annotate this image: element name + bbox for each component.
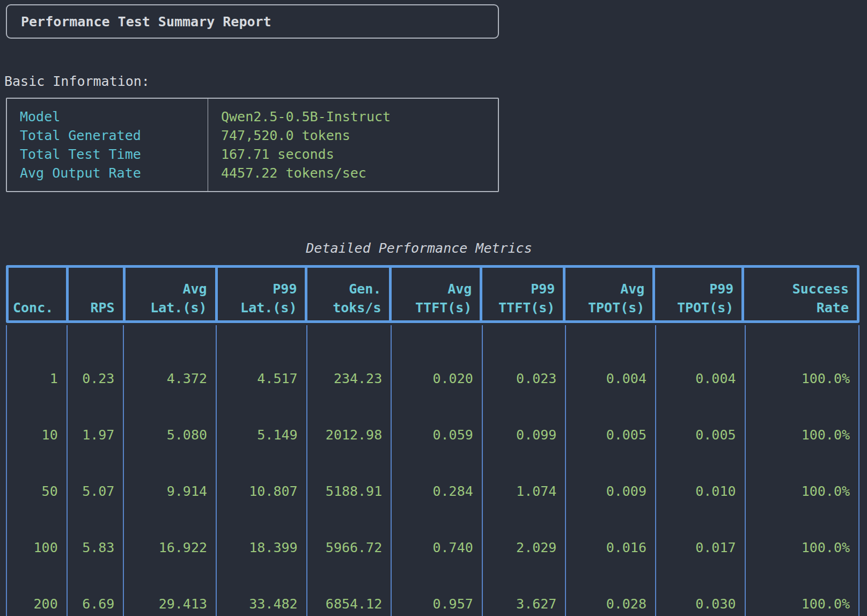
metric-cell: 9.914 [124, 482, 207, 501]
metric-cell: 2.029 [483, 538, 557, 557]
header-line2: toks/s [333, 298, 381, 317]
metric-cell: 3.627 [483, 595, 557, 613]
metric-cell: 2012.98 [307, 426, 383, 444]
header-line1: P99 [709, 280, 733, 298]
column-header-rps: RPS [69, 268, 125, 320]
info-value: 4457.22 tokens/sec [208, 164, 498, 182]
metric-cell: 6.69 [68, 595, 115, 613]
header-line2: RPS [90, 298, 114, 317]
header-line1: P99 [273, 280, 297, 298]
metric-cell: 0.020 [392, 369, 473, 388]
header-line2: Rate [817, 298, 849, 317]
basic-info-label-column: Model Total Generated Total Test Time Av… [7, 99, 208, 191]
metric-cell: 0.004 [656, 369, 736, 388]
metric-cell: 5.83 [68, 538, 115, 557]
metrics-column-rps: 0.23 1.97 5.07 5.83 6.69 [68, 325, 124, 616]
metric-cell: 1.074 [483, 482, 557, 501]
metric-cell: 10 [7, 426, 58, 444]
metric-cell: 0.028 [566, 595, 646, 613]
metric-cell: 100.0% [746, 369, 850, 388]
metric-cell: 29.413 [124, 595, 207, 613]
metric-cell: 100.0% [746, 538, 850, 557]
info-label: Avg Output Rate [7, 164, 208, 182]
metric-cell: 0.059 [392, 426, 473, 444]
basic-info-heading: Basic Information: [4, 72, 867, 91]
metric-cell: 0.099 [483, 426, 557, 444]
basic-info-table: Model Total Generated Total Test Time Av… [6, 98, 499, 192]
metrics-header-row: Conc. RPS Avg Lat.(s) P99 Lat.(s) Gen. t… [6, 265, 859, 323]
metrics-column-avg-lat: 4.372 5.080 9.914 16.922 29.413 [124, 325, 217, 616]
metric-cell: 5.07 [68, 482, 115, 501]
header-line1: Gen. [349, 280, 381, 298]
metric-cell: 1.97 [68, 426, 115, 444]
column-header-conc: Conc. [9, 268, 69, 320]
metric-cell: 100.0% [746, 482, 850, 501]
metrics-column-avg-tpot: 0.004 0.005 0.009 0.016 0.028 [566, 325, 656, 616]
metrics-column-success-rate: 100.0% 100.0% 100.0% 100.0% 100.0% [746, 325, 858, 616]
metric-cell: 0.010 [656, 482, 736, 501]
info-value: 747,520.0 tokens [208, 126, 498, 145]
metric-cell: 0.957 [392, 595, 473, 613]
column-header-p99-lat: P99 Lat.(s) [218, 268, 308, 320]
metric-cell: 0.009 [566, 482, 646, 501]
header-line2: TPOT(s) [588, 298, 644, 317]
column-header-avg-lat: Avg Lat.(s) [126, 268, 218, 320]
metrics-column-avg-ttft: 0.020 0.059 0.284 0.740 0.957 [392, 325, 483, 616]
column-header-gen-toks: Gen. toks/s [307, 268, 392, 320]
metric-cell: 18.399 [217, 538, 298, 557]
metric-cell: 5188.91 [307, 482, 383, 501]
metric-cell: 0.284 [392, 482, 473, 501]
metric-cell: 0.030 [656, 595, 736, 613]
metric-cell: 50 [7, 482, 58, 501]
column-header-p99-tpot: P99 TPOT(s) [655, 268, 744, 320]
metric-cell: 0.23 [68, 369, 115, 388]
header-line1: Avg [182, 280, 207, 298]
metric-cell: 0.740 [392, 538, 473, 557]
header-line2: TTFT(s) [415, 298, 472, 317]
info-label: Total Generated [7, 126, 208, 145]
metric-cell: 33.482 [217, 595, 298, 613]
metric-cell: 0.004 [566, 369, 646, 388]
info-label: Model [7, 107, 208, 126]
metric-cell: 100.0% [746, 595, 850, 613]
metrics-column-p99-lat: 4.517 5.149 10.807 18.399 33.482 [217, 325, 307, 616]
metrics-body: 1 10 50 100 200 0.23 1.97 5.07 5.83 6.69… [6, 325, 859, 616]
header-line2: Lat.(s) [240, 298, 297, 317]
metric-cell: 1 [7, 369, 58, 388]
header-line1: P99 [531, 280, 555, 298]
metric-cell: 200 [7, 595, 58, 613]
metric-cell: 4.372 [124, 369, 207, 388]
header-line1: Success [792, 280, 849, 298]
basic-info-value-column: Qwen2.5-0.5B-Instruct 747,520.0 tokens 1… [208, 99, 498, 191]
column-header-avg-ttft: Avg TTFT(s) [392, 268, 482, 320]
header-line2: TPOT(s) [677, 298, 733, 317]
metrics-column-conc: 1 10 50 100 200 [7, 325, 68, 616]
metrics-column-gen-toks: 234.23 2012.98 5188.91 5966.72 6854.12 [307, 325, 392, 616]
metric-cell: 5.080 [124, 426, 207, 444]
metric-cell: 10.807 [217, 482, 298, 501]
header-line2: Lat.(s) [150, 298, 207, 317]
header-line1: Avg [620, 280, 644, 298]
info-label: Total Test Time [7, 145, 208, 164]
metrics-table-title: Detailed Performance Metrics [6, 239, 832, 258]
metrics-column-p99-tpot: 0.004 0.005 0.010 0.017 0.030 [656, 325, 746, 616]
metric-cell: 4.517 [217, 369, 298, 388]
metric-cell: 5966.72 [307, 538, 383, 557]
metric-cell: 0.023 [483, 369, 557, 388]
report-title: Performance Test Summary Report [21, 12, 271, 31]
header-line2: Conc. [13, 298, 53, 317]
metric-cell: 6854.12 [307, 595, 383, 613]
metric-cell: 16.922 [124, 538, 207, 557]
column-header-success-rate: Success Rate [744, 268, 857, 320]
metric-cell: 100.0% [746, 426, 850, 444]
metric-cell: 0.016 [566, 538, 646, 557]
metric-cell: 0.005 [566, 426, 646, 444]
column-header-p99-ttft: P99 TTFT(s) [482, 268, 565, 320]
metric-cell: 5.149 [217, 426, 298, 444]
header-line2: TTFT(s) [498, 298, 555, 317]
metrics-column-p99-ttft: 0.023 0.099 1.074 2.029 3.627 [483, 325, 567, 616]
column-header-avg-tpot: Avg TPOT(s) [565, 268, 655, 320]
report-title-box: Performance Test Summary Report [6, 4, 499, 39]
header-line1: Avg [447, 280, 472, 298]
metric-cell: 100 [7, 538, 58, 557]
